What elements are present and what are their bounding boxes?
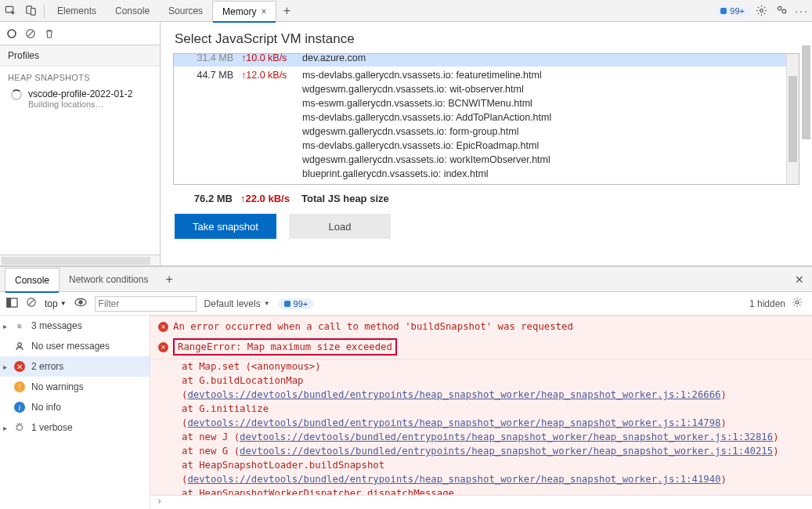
console-sidebar: ≡3 messages No user messages ✕2 errors !… (0, 316, 150, 509)
tab-memory[interactable]: Memory× (212, 1, 276, 22)
clear-console-icon[interactable] (26, 297, 37, 310)
svg-rect-10 (7, 298, 11, 307)
tab-drawer-console[interactable]: Console (5, 268, 60, 292)
sidebar-verbose[interactable]: 1 verbose (0, 417, 150, 438)
load-button[interactable]: Load (289, 214, 391, 239)
vm-instance-row[interactable]: 44.7 MB↑12.0 kB/sms-devlabs.gallerycdn.v… (174, 67, 786, 182)
clear-icon[interactable] (25, 28, 36, 39)
vm-instance-title: Select JavaScript VM instance (175, 31, 799, 47)
vertical-scrollbar[interactable] (786, 54, 799, 184)
log-levels-selector[interactable]: Default levels ▼ (204, 298, 270, 309)
svg-point-6 (8, 30, 16, 38)
close-icon[interactable]: × (261, 6, 266, 17)
total-mem: 76.2 MB (182, 193, 237, 204)
total-rate: ↑22.0 kB/s (237, 193, 294, 204)
svg-point-15 (796, 301, 799, 304)
snapshot-item[interactable]: vscode-profile-2022-01-2 Building locati… (0, 85, 160, 115)
spinner-icon (11, 89, 22, 100)
total-label: Total JS heap size (294, 193, 389, 204)
error-message: ✕ RangeError: Map maximum size exceeded (150, 337, 812, 359)
sidebar-info[interactable]: iNo info (0, 397, 150, 417)
svg-point-17 (17, 425, 23, 431)
console-prompt[interactable]: › (150, 495, 812, 509)
error-message: ✕ An error occurred when a call to metho… (150, 316, 812, 337)
add-drawer-tab-icon[interactable]: + (157, 273, 180, 287)
take-snapshot-button[interactable]: Take snapshot (175, 214, 276, 239)
add-tab-icon[interactable]: + (276, 1, 297, 21)
sidebar-warnings[interactable]: !No warnings (0, 377, 150, 397)
vm-instance-list: 31.4 MB↑10.0 kB/sdev.azure.com44.7 MB↑12… (173, 53, 799, 185)
gear-icon[interactable] (751, 1, 771, 21)
profiles-header: Profiles (0, 45, 160, 67)
console-output: ✕ An error occurred when a call to metho… (150, 316, 812, 495)
stack-link[interactable]: devtools://devtools/bundled/entrypoints/… (240, 431, 773, 442)
issues-badge[interactable]: 99+ (714, 5, 751, 16)
record-icon[interactable] (6, 28, 17, 39)
console-settings-icon[interactable] (792, 297, 803, 310)
svg-rect-2 (31, 9, 35, 15)
tab-sources[interactable]: Sources (159, 0, 212, 22)
stack-link[interactable]: devtools://devtools/bundled/entrypoints/… (187, 474, 720, 485)
more-icon[interactable]: ··· (792, 1, 812, 21)
device-toggle-icon[interactable] (20, 1, 41, 21)
error-icon: ✕ (158, 342, 168, 352)
svg-point-3 (760, 9, 763, 13)
svg-point-4 (778, 6, 781, 10)
delete-icon[interactable] (44, 28, 55, 39)
snapshot-name: vscode-profile-2022-01-2 (28, 88, 132, 99)
vm-instance-row[interactable]: 31.4 MB↑10.0 kB/sdev.azure.com (174, 54, 786, 67)
tab-console[interactable]: Console (106, 0, 159, 22)
svg-point-5 (781, 9, 785, 13)
live-expression-icon[interactable] (74, 298, 87, 309)
stack-link[interactable]: devtools://devtools/bundled/entrypoints/… (187, 417, 720, 428)
memory-main: Select JavaScript VM instance 31.4 MB↑10… (161, 22, 812, 265)
horizontal-scrollbar[interactable] (0, 254, 160, 265)
tab-elements[interactable]: Elements (48, 0, 106, 22)
heap-snapshots-heading: HEAP SNAPSHOTS (0, 67, 160, 85)
svg-line-8 (28, 31, 34, 36)
hidden-count: 1 hidden (749, 298, 785, 309)
console-toolbar: top ▼ Default levels ▼ 99+ 1 hidden (0, 292, 812, 316)
error-highlight: RangeError: Map maximum size exceeded (173, 338, 397, 356)
close-drawer-icon[interactable]: ✕ (787, 273, 812, 286)
inspect-element-icon[interactable] (0, 1, 20, 21)
error-icon: ✕ (158, 322, 168, 332)
account-icon[interactable] (771, 1, 792, 21)
sidebar-toggle-icon[interactable] (6, 298, 18, 310)
sidebar-user-messages[interactable]: No user messages (0, 336, 150, 356)
devtools-tabbar: Elements Console Sources Memory× + 99+ ·… (0, 0, 812, 22)
tab-network-conditions[interactable]: Network conditions (60, 267, 157, 292)
snapshot-status: Building locations… (28, 99, 132, 109)
sidebar-errors[interactable]: ✕2 errors (0, 356, 150, 377)
profiles-sidebar: Profiles HEAP SNAPSHOTS vscode-profile-2… (0, 22, 161, 265)
svg-line-12 (29, 300, 34, 305)
console-filter-input[interactable] (95, 296, 197, 312)
stack-link[interactable]: devtools://devtools/bundled/entrypoints/… (240, 446, 773, 457)
sidebar-messages[interactable]: ≡3 messages (0, 316, 150, 336)
issues-badge-drawer[interactable]: 99+ (278, 298, 315, 309)
stack-link[interactable]: devtools://devtools/bundled/entrypoints/… (187, 389, 720, 400)
svg-point-16 (18, 343, 22, 347)
console-drawer: Console Network conditions + ✕ top ▼ Def… (0, 266, 812, 509)
stack-trace: at Map.set (<anonymous>) at G.buildLocat… (150, 359, 812, 495)
context-selector[interactable]: top ▼ (45, 298, 67, 309)
svg-point-14 (79, 301, 82, 304)
